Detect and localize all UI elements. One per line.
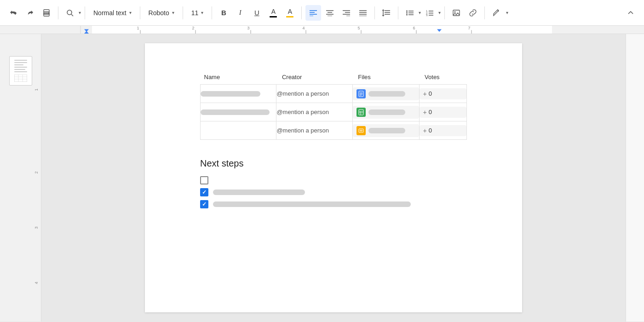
svg-rect-68 <box>359 109 363 115</box>
creator-cell-1[interactable]: @mention a person <box>276 85 352 103</box>
size-chevron: ▾ <box>201 10 203 15</box>
align-right-button[interactable] <box>339 5 354 21</box>
italic-button[interactable]: I <box>232 5 248 21</box>
undo-button[interactable] <box>6 5 21 21</box>
highlight-color-bar <box>286 16 293 17</box>
underline-button[interactable]: U <box>249 5 264 21</box>
data-table: Name Creator Files Votes @mention a pers… <box>200 71 467 140</box>
checklist-bar-3 <box>213 201 411 207</box>
font-select[interactable]: Roboto ▾ <box>144 7 179 18</box>
svg-rect-59 <box>14 75 27 82</box>
svg-point-3 <box>67 10 72 15</box>
creator-cell-2[interactable]: @mention a person <box>276 103 352 121</box>
file-badge-1 <box>353 87 419 100</box>
svg-point-25 <box>406 12 408 13</box>
svg-text:2: 2 <box>192 26 194 31</box>
svg-rect-0 <box>44 10 49 12</box>
ruler-mark-4: 4 <box>34 282 38 284</box>
file-name-bar-1 <box>368 91 405 97</box>
table-row: @mention a person <box>201 121 467 140</box>
creator-cell-3[interactable]: @mention a person <box>276 121 352 140</box>
svg-text:5: 5 <box>357 26 360 31</box>
files-cell-1[interactable] <box>352 85 419 103</box>
divider-2 <box>85 6 85 19</box>
font-size-label: 11 <box>191 9 199 17</box>
divider-6 <box>301 6 302 19</box>
svg-rect-73 <box>360 130 362 132</box>
ruler: 1 2 3 4 5 6 7 <box>0 26 644 34</box>
ruler-mark-3: 3 <box>34 226 38 229</box>
file-icon-slides <box>356 126 366 135</box>
text-color-bar <box>270 16 277 17</box>
right-panel <box>626 34 644 322</box>
votes-cell-1[interactable]: + 0 <box>419 85 466 103</box>
drawing-button[interactable] <box>489 5 504 21</box>
collapse-toolbar-button[interactable] <box>623 5 638 21</box>
svg-line-4 <box>71 14 73 16</box>
font-size-select[interactable]: 11 ▾ <box>187 7 208 18</box>
zoom-chevron: ▾ <box>79 10 81 15</box>
divider-9 <box>444 6 445 19</box>
list-group: ▾ 1.2.3. ▾ <box>402 5 441 21</box>
text-style-label: Normal text <box>93 9 126 17</box>
checkbox-1[interactable] <box>200 176 208 184</box>
votes-cell-2[interactable]: + 0 <box>419 103 466 121</box>
divider-7 <box>374 6 375 19</box>
divider-8 <box>398 6 398 19</box>
checkbox-2[interactable] <box>200 188 208 196</box>
insert-image-button[interactable] <box>448 5 464 21</box>
align-justify-button[interactable] <box>355 5 371 21</box>
format-group: B I U A A <box>216 5 298 21</box>
bullet-list-button[interactable] <box>402 5 418 21</box>
divider-4 <box>183 6 183 19</box>
divider-5 <box>212 6 212 19</box>
name-cell-3 <box>201 121 276 140</box>
align-left-button[interactable] <box>305 5 321 21</box>
divider-1 <box>58 6 58 19</box>
line-spacing-button[interactable] <box>379 5 394 21</box>
col-header-name: Name <box>201 71 276 85</box>
file-icon-sheets <box>356 108 366 117</box>
table-row: @mention a person <box>201 85 467 103</box>
font-chevron: ▾ <box>172 10 174 15</box>
votes-cell-3[interactable]: + 0 <box>419 121 466 140</box>
checkbox-3[interactable] <box>200 200 208 208</box>
print-button[interactable] <box>39 5 54 21</box>
align-center-button[interactable] <box>322 5 338 21</box>
files-cell-3[interactable] <box>352 121 419 140</box>
name-cell-1 <box>201 85 276 103</box>
checklist-bar-2 <box>213 190 305 195</box>
numbered-list-button[interactable]: 1.2.3. <box>422 5 437 21</box>
redo-button[interactable] <box>22 5 38 21</box>
svg-text:1: 1 <box>137 26 139 31</box>
svg-point-24 <box>406 10 408 12</box>
zoom-button[interactable] <box>62 5 78 21</box>
svg-text:3: 3 <box>247 26 249 31</box>
col-header-creator: Creator <box>276 71 352 85</box>
svg-point-26 <box>406 14 408 15</box>
main-area: 1 2 3 4 <box>0 34 644 322</box>
text-style-select[interactable]: Normal text ▾ <box>89 7 136 18</box>
bullet-chevron: ▾ <box>419 10 421 15</box>
toolbar: ▾ Normal text ▾ Roboto ▾ 11 ▾ B I U A <box>0 0 644 26</box>
name-bar-1 <box>201 91 260 97</box>
document-area: Name Creator Files Votes @mention a pers… <box>41 34 626 322</box>
insert-link-button[interactable] <box>465 5 481 21</box>
svg-point-2 <box>48 12 49 13</box>
highlight-color-button[interactable]: A <box>282 5 298 21</box>
files-cell-2[interactable] <box>352 103 419 121</box>
svg-rect-1 <box>44 13 49 16</box>
vote-badge-1: + 0 <box>420 88 466 99</box>
vote-badge-2: + 0 <box>420 107 466 118</box>
divider-10 <box>484 6 485 19</box>
file-badge-2 <box>353 106 419 119</box>
name-bar-2 <box>201 109 270 115</box>
bold-button[interactable]: B <box>216 5 231 21</box>
col-header-files: Files <box>352 71 419 85</box>
ruler-mark-2: 2 <box>34 171 38 173</box>
text-color-button[interactable]: A <box>265 5 281 21</box>
checklist-item-2 <box>200 188 467 196</box>
checklist-item-3 <box>200 200 467 208</box>
page-thumbnail[interactable] <box>9 56 32 86</box>
divider-3 <box>140 6 140 19</box>
